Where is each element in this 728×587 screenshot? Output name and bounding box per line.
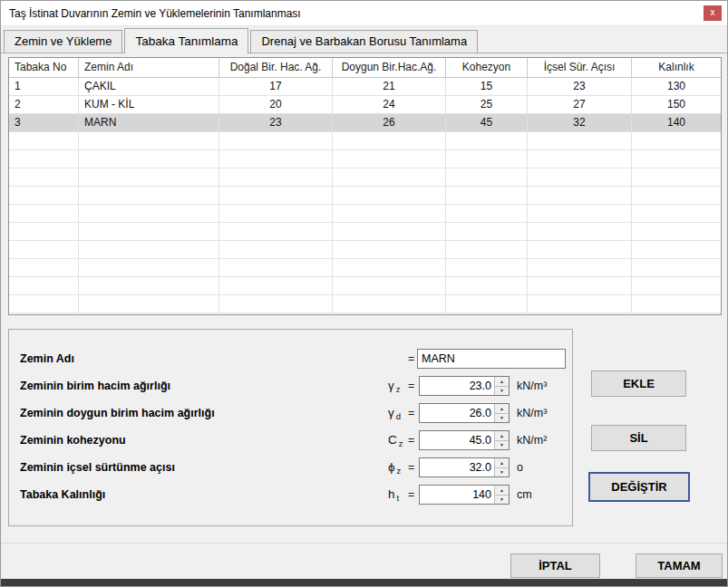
table-cell	[446, 168, 528, 187]
table-cell	[9, 277, 79, 295]
symbol-subscript: z	[397, 466, 402, 476]
spinner-down-button[interactable]: ▼	[495, 441, 509, 450]
table-cell	[219, 205, 333, 223]
spinner-down-button[interactable]: ▼	[495, 387, 509, 396]
table-row	[9, 241, 721, 259]
tab-drenaj-ve-barbakan-borusu[interactable]: Drenaj ve Barbakan Borusu Tanımlama	[250, 30, 478, 53]
iptal-button[interactable]: İPTAL	[510, 553, 600, 578]
table-cell	[528, 223, 632, 241]
kohezyon-input[interactable]: 45.0	[420, 431, 494, 449]
tab-zemin-ve-yukleme[interactable]: Zemin ve Yükleme	[4, 30, 122, 53]
birim-hacim-agirligi-spinner[interactable]: 23.0▲▼	[419, 376, 510, 396]
table-cell	[79, 168, 219, 187]
table-cell: 3	[9, 114, 79, 132]
table-row[interactable]: 3MARN23264532140	[9, 114, 721, 132]
table-cell	[9, 150, 79, 168]
birim-hacim-agirligi-input[interactable]: 23.0	[420, 377, 494, 395]
table-cell	[9, 295, 79, 313]
layer-form: Zemin Adı=Zeminin birim hacim ağırlığıγz…	[8, 329, 573, 526]
table-cell	[79, 223, 219, 241]
table-cell	[79, 241, 219, 259]
table-cell: MARN	[79, 114, 219, 132]
table-row	[9, 187, 721, 205]
table-header-1[interactable]: Zemin Adı	[79, 58, 219, 77]
icsel-surtunme-acisi-spinner[interactable]: 32.0▲▼	[419, 457, 510, 477]
birim-hacim-agirligi-symbol: γz	[388, 375, 401, 400]
zemin-adi-input[interactable]	[417, 349, 566, 369]
spinner-down-button[interactable]: ▼	[495, 468, 509, 477]
spinner-up-button[interactable]: ▲	[495, 431, 509, 441]
table-cell: 20	[219, 96, 333, 114]
table-cell: 150	[632, 96, 721, 114]
spinner-up-button[interactable]: ▲	[495, 486, 509, 496]
table-cell	[79, 205, 219, 223]
table-cell: 21	[333, 78, 446, 96]
ekle-button[interactable]: EKLE	[591, 370, 686, 397]
table-cell	[632, 187, 721, 205]
tab-tabaka-tanimlama[interactable]: Tabaka Tanımlama	[124, 28, 248, 53]
table-cell: 15	[446, 78, 528, 96]
table-cell	[446, 223, 528, 241]
table-header-4[interactable]: Kohezyon	[446, 58, 528, 77]
doygun-birim-hacim-agirligi-spinner[interactable]: 26.0▲▼	[419, 403, 510, 423]
tabaka-kalinligi-spinner[interactable]: 140▲▼	[419, 485, 510, 505]
table-cell	[9, 187, 79, 205]
sil-button[interactable]: SİL	[591, 425, 686, 451]
spinner-down-button[interactable]: ▼	[495, 414, 509, 423]
table-cell	[219, 277, 333, 295]
table-cell: ÇAKIL	[79, 78, 219, 96]
table-cell	[333, 132, 446, 150]
spinner-up-button[interactable]: ▲	[495, 377, 509, 387]
spinner-arrows: ▲▼	[494, 486, 509, 504]
doygun-birim-hacim-agirligi-input[interactable]: 26.0	[420, 404, 494, 422]
table-cell	[333, 205, 446, 223]
table-cell	[446, 295, 528, 313]
table-cell	[528, 259, 632, 277]
table-cell	[79, 277, 219, 295]
table-cell	[219, 187, 333, 205]
table-cell	[79, 150, 219, 168]
icsel-surtunme-acisi-input[interactable]: 32.0	[420, 458, 494, 476]
table-row	[9, 277, 721, 295]
table-cell: KUM - KİL	[79, 96, 219, 114]
degistir-button[interactable]: DEĞİŞTİR	[588, 472, 690, 502]
table-cell: 130	[632, 78, 721, 96]
table-cell	[333, 150, 446, 168]
spinner-up-button[interactable]: ▲	[495, 404, 509, 414]
birim-hacim-agirligi-label: Zeminin birim hacim ağırlığı	[20, 375, 170, 397]
doygun-birim-hacim-agirligi-symbol: γd	[388, 402, 401, 428]
table-header-2[interactable]: Doğal Bir. Hac. Ağ.	[219, 58, 333, 77]
close-button[interactable]: x	[704, 5, 722, 21]
background-strip	[1, 579, 727, 586]
table-header-0[interactable]: Tabaka No	[9, 58, 79, 77]
tamam-button[interactable]: TAMAM	[636, 553, 723, 578]
table-cell	[632, 205, 721, 223]
form-row-kohezyon: Zeminin kohezyonuCz=45.0▲▼kN/m²	[9, 429, 572, 451]
spinner-arrows: ▲▼	[494, 377, 509, 395]
spinner-up-button[interactable]: ▲	[495, 458, 509, 468]
table-row[interactable]: 1ÇAKIL17211523130	[9, 78, 721, 96]
bottom-divider	[1, 543, 727, 544]
spinner-down-button[interactable]: ▼	[495, 496, 509, 505]
symbol-char: γ	[388, 379, 394, 392]
table-cell	[333, 187, 446, 205]
table-cell	[9, 259, 79, 277]
table-cell	[333, 259, 446, 277]
table-cell	[9, 132, 79, 150]
spinner-arrows: ▲▼	[494, 431, 509, 449]
equals-sign: =	[408, 457, 414, 478]
table-cell	[333, 295, 446, 313]
kohezyon-spinner[interactable]: 45.0▲▼	[419, 430, 510, 450]
table-cell	[632, 168, 721, 187]
equals-sign: =	[408, 429, 414, 451]
table-cell: 25	[446, 96, 528, 114]
spinner-arrows: ▲▼	[494, 404, 509, 422]
table-header-3[interactable]: Doygun Bir.Hac.Ağ.	[333, 58, 446, 77]
table-header-6[interactable]: Kalınlık	[632, 58, 721, 77]
icsel-surtunme-acisi-label: Zeminin içsel sürtünme açısı	[20, 457, 175, 478]
tabaka-kalinligi-input[interactable]: 140	[420, 486, 494, 504]
table-cell	[9, 241, 79, 259]
table-row[interactable]: 2KUM - KİL20242527150	[9, 96, 721, 114]
table-cell	[632, 223, 721, 241]
table-header-5[interactable]: İçsel Sür. Açısı	[528, 58, 632, 77]
